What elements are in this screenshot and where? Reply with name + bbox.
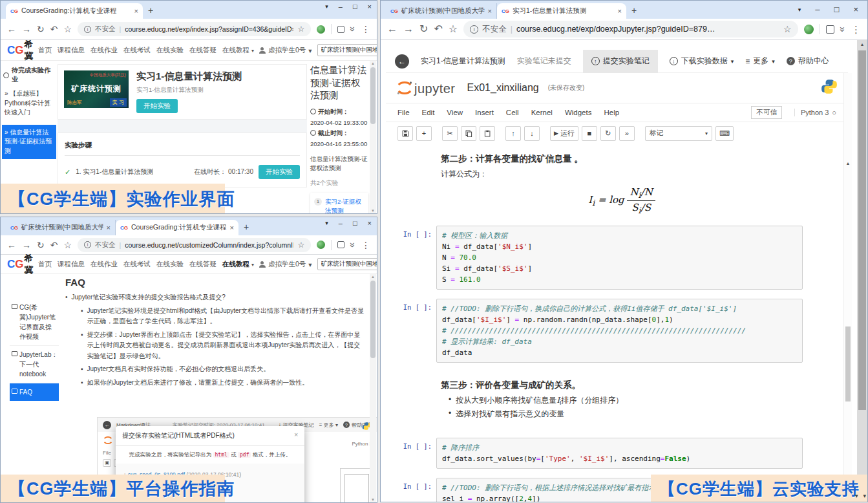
menu-kernel[interactable]: Kernel [531,109,553,116]
cg-logo[interactable]: CG希冀 [7,39,33,62]
address-bar[interactable]: i 不安全 | course.educg.net/customizedColum… [78,238,311,252]
add-cell-button[interactable]: + [416,126,432,141]
notebook-name[interactable]: Ex01_xinxiliang [467,82,539,94]
modal-close-icon[interactable]: × [294,431,298,440]
back-icon[interactable]: ← [387,24,397,34]
security-info-icon[interactable]: i [84,241,91,248]
new-tab-button[interactable]: + [244,222,249,231]
winC-tab-1[interactable]: CG 矿床统计预测(中国地质大学) (武 × [386,3,497,19]
scroll-up-icon[interactable]: ▲ [370,275,376,279]
menu-file[interactable]: File [397,109,410,116]
back-icon[interactable]: ← [7,25,16,34]
security-info-icon[interactable]: i [470,25,478,34]
bookmark-star-icon[interactable]: ☆ [63,241,72,250]
notebook-scrollbar[interactable]: ▲ [843,73,852,502]
browser-menu-icon[interactable]: ⋮ [361,25,370,34]
cut-cell-button[interactable]: ✂ [442,126,458,141]
interrupt-kernel-button[interactable]: ■ [582,126,597,141]
cg-logo[interactable]: CG希冀 [7,253,33,276]
command-palette-button[interactable]: ⌨ [715,126,734,141]
window-menu-icon[interactable]: ▾ [325,3,328,10]
tab-close-icon[interactable]: × [230,224,234,231]
run-cell-button[interactable]: ▶运行 [550,126,578,141]
code-cell-1[interactable]: In [ ]: # 模型区：输入数据 Ni = df_data['$N_i$']… [396,226,803,290]
tab-close-icon[interactable]: × [488,7,492,15]
nav-home[interactable]: 首页 [38,46,52,55]
close-button[interactable]: × [368,219,372,227]
nav-course-info[interactable]: 课程信息 [58,46,85,55]
undo-icon[interactable]: ↶ [50,241,58,250]
move-cell-down-button[interactable]: ↓ [524,126,540,141]
sidebar-item-info-method[interactable]: » 信息量计算法预测-证据权法预测 [2,125,56,160]
start-experiment-button-2[interactable]: 开始实验 [259,165,300,179]
scroll-thumb[interactable] [858,50,866,410]
restart-kernel-button[interactable]: ↻ [600,126,616,141]
tab-close-icon[interactable]: × [618,7,622,15]
copy-cell-button[interactable] [461,126,476,141]
nav-exam[interactable]: 在线考试 [123,260,151,269]
code-editor[interactable]: # 降序排序 df_data.sort_values(by=['Type', '… [436,438,803,469]
sidebar-item-python-course[interactable]: » 【卓越班】Python科学计算快速入门 [2,86,56,121]
course-select[interactable]: 矿床统计预测(中国地质大学)（武汉） ▾ [317,258,377,270]
scroll-thumb[interactable] [370,67,376,124]
address-bar[interactable]: i 不安全 | course.educg.net/exp/doexpJupyte… [463,21,798,37]
winB-tab-2[interactable]: CG CourseGrading:计算机专业课程 × [116,220,238,235]
back-circle-button[interactable]: ← [395,54,409,69]
code-editor[interactable]: # //TODO: 删除下行语句，换成你自己的计算公式，获得Ii值存储于 df_… [436,299,803,363]
url-star-icon[interactable]: ☆ [783,24,792,34]
url-star-icon[interactable]: ☆ [297,25,304,34]
nav-homework[interactable]: 在线作业 [90,46,118,55]
reload-icon[interactable]: ↻ [419,24,428,34]
scroll-down-icon[interactable]: ▾ [855,493,858,499]
minimize-button[interactable]: – [339,3,343,10]
user-menu[interactable]: 虚拟学生0号 ▾ [259,260,312,269]
minimize-button[interactable]: – [339,219,343,227]
winA-tab[interactable]: CG CourseGrading:计算机专业课程 × [6,3,143,19]
menu-insert[interactable]: Insert [475,109,494,116]
scroll-up-icon[interactable]: ▲ [844,161,852,166]
scroll-down-icon[interactable]: ▼ [370,498,376,502]
scroll-down-icon[interactable]: ▾ [863,493,866,499]
collapse-icon[interactable]: » [838,27,847,32]
user-menu[interactable]: 虚拟学生0号 ▾ [259,46,312,55]
undo-icon[interactable]: ↶ [50,25,58,34]
address-bar[interactable]: i 不安全 | course.educg.net/exp/index.jsp?a… [78,22,311,36]
sidebar-item-jupyterlab[interactable]: JupyterLab：下一代notebook [10,346,59,383]
download-manager-icon[interactable] [317,241,325,249]
sidebar-item-jupyter-video[interactable]: CG(希冀)Jupyter笔记界面及操作视频 [10,299,59,346]
url-star-icon[interactable]: ☆ [297,241,304,250]
scroll-up-icon[interactable]: ▲ [857,42,867,47]
scroll-thumb[interactable] [845,326,851,401]
reload-icon[interactable]: ↻ [37,25,45,34]
nav-experiment[interactable]: 在线实验 [156,46,184,55]
jupyter-logo[interactable]: jupyter [396,80,456,96]
move-cell-up-button[interactable]: ↑ [505,126,521,141]
new-tab-button[interactable]: + [631,6,637,15]
winB-tab-1[interactable]: CG 矿床统计预测(中国地质大学) (武 × [6,220,116,235]
screenshot-tool-icon[interactable] [337,26,344,33]
browser-menu-icon[interactable]: ⋮ [851,25,861,34]
nav-qa[interactable]: 在线答疑 [189,260,217,269]
maximize-button[interactable]: □ [353,219,357,227]
scroll-thumb[interactable] [370,281,376,358]
nav-homework[interactable]: 在线作业 [90,260,118,269]
new-tab-button[interactable]: + [148,6,153,15]
minimize-button[interactable]: – [815,5,820,14]
sidebar-item-faq[interactable]: FAQ [10,383,59,401]
tab-close-icon[interactable]: × [107,224,111,231]
help-center-button[interactable]: ? 帮助中心 [787,56,829,67]
start-experiment-button[interactable]: 开始实验 [136,99,178,113]
winC-tab-2[interactable]: CG 实习1-信息量计算法预测 × [497,3,626,19]
screenshot-tool-icon[interactable] [826,25,834,34]
window-menu-icon[interactable]: ▾ [798,6,801,13]
forward-icon[interactable]: → [22,241,31,250]
menu-view[interactable]: View [447,109,463,116]
maximize-button[interactable]: □ [834,5,840,14]
menu-help[interactable]: Help [604,109,619,116]
tab-close-icon[interactable]: × [134,7,138,15]
nav-course-info[interactable]: 课程信息 [58,260,85,269]
course-select[interactable]: 矿床统计预测(中国地质大学)（武汉） ▾ [317,44,377,56]
screenshot-tool-icon[interactable] [337,241,344,248]
nav-qa[interactable]: 在线答疑 [189,46,217,55]
scroll-down-icon[interactable]: ▼ [370,209,376,213]
